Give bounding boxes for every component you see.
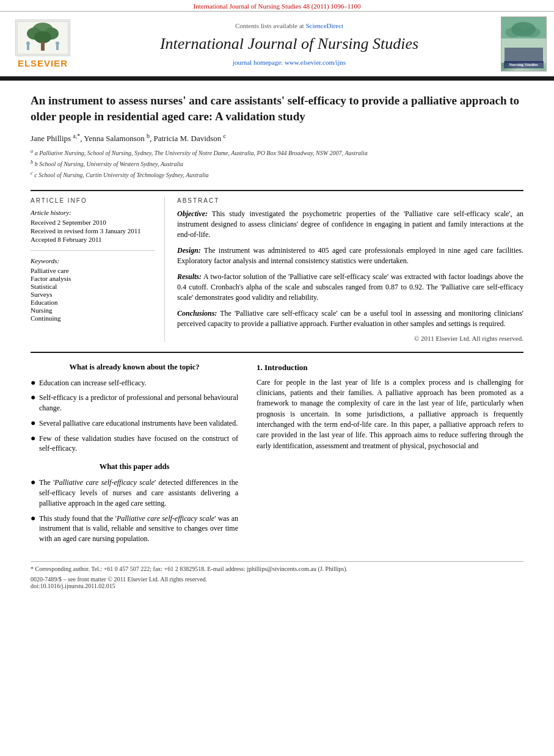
abstract-results: Results: A two-factor solution of the 'P… [177, 272, 523, 303]
bullet-dot: ● [31, 514, 39, 524]
objective-label: Objective: [177, 209, 208, 218]
affiliation-a: a a Palliative Nursing, School of Nursin… [31, 148, 523, 158]
results-content: A two-factor solution of the 'Palliative… [177, 272, 523, 302]
elsevier-brand: ELSEVIER [18, 58, 68, 68]
revised-date: Received in revised form 3 January 2011 [31, 227, 155, 234]
adds-bullet-1: ● The 'Palliative care self-efficacy sca… [31, 478, 238, 508]
abstract-conclusions: Conclusions: The 'Palliative care self-e… [177, 308, 523, 330]
info-abstract-section: ARTICLE INFO Article history: Received 2… [31, 190, 523, 342]
introduction-title: 1. Introduction [257, 363, 523, 373]
footer-notes: * Corresponding author. Tel.: +61 0 457 … [31, 561, 523, 572]
journal-cover: Nursing Studies [499, 16, 548, 71]
design-content: The instrument was administered to 405 a… [177, 246, 523, 265]
journal-homepage: journal homepage: www.elsevier.com/ijns [233, 59, 346, 66]
affiliation-b: b b School of Nursing, University of Wes… [31, 159, 523, 169]
abstract-header: ABSTRACT [177, 197, 523, 204]
keyword-7: Continuing [31, 314, 155, 322]
keyword-2: Factor analysis [31, 275, 155, 282]
keyword-1: Palliative care [31, 267, 155, 274]
known-title: What is already known about the topic? [31, 363, 238, 372]
copyright-line: © 2011 Elsevier Ltd. All rights reserved… [177, 335, 523, 342]
article-title: An instrument to assess nurses' and care… [31, 93, 523, 124]
known-adds-section: What is already known about the topic? ●… [31, 363, 238, 550]
keywords-label: Keywords: [31, 257, 155, 264]
objective-content: This study investigated the psychometric… [177, 209, 523, 239]
article-info-header: ARTICLE INFO [31, 197, 155, 204]
journal-ref-text: International Journal of Nursing Studies… [194, 2, 361, 10]
bullet-dot: ● [31, 393, 39, 403]
affiliation-c: c c School of Nursing, Curtin University… [31, 170, 523, 180]
keyword-4: Surveys [31, 291, 155, 298]
conclusions-label: Conclusions: [177, 309, 217, 318]
bullet-dot: ● [31, 478, 39, 488]
bullet-dot: ● [31, 418, 39, 429]
section-divider [31, 352, 523, 353]
article-content: An instrument to assess nurses' and care… [0, 81, 554, 602]
sciencedirect-link[interactable]: ScienceDirect [305, 22, 343, 29]
svg-rect-10 [56, 45, 59, 50]
abstract-design: Design: The instrument was administered … [177, 245, 523, 267]
svg-point-7 [26, 42, 30, 45]
abstract-col: ABSTRACT Objective: This study investiga… [177, 197, 523, 342]
journal-title: International Journal of Nursing Studies [160, 34, 418, 53]
design-label: Design: [177, 246, 201, 255]
keyword-3: Statistical [31, 283, 155, 290]
svg-point-14 [505, 27, 522, 37]
introduction-paragraph: Care for people in the last year of life… [257, 377, 523, 452]
elsevier-logo-block: ELSEVIER [6, 16, 79, 71]
journal-header: ELSEVIER Contents lists available at Sci… [0, 12, 554, 78]
article-info-col: ARTICLE INFO Article history: Received 2… [31, 197, 165, 342]
svg-point-9 [56, 42, 59, 45]
keyword-6: Nursing [31, 307, 155, 314]
results-label: Results: [177, 272, 202, 281]
keywords-section: Keywords: Palliative care Factor analysi… [31, 250, 155, 322]
cover-title-text: Nursing Studies [504, 61, 544, 68]
cover-image: Nursing Studies [501, 16, 547, 71]
elsevier-tree-image [15, 20, 70, 56]
introduction-section: 1. Introduction Care for people in the l… [257, 363, 523, 550]
known-bullet-1: ● Education can increase self-efficacy. [31, 378, 238, 388]
bullet-dot: ● [31, 434, 39, 444]
accepted-date: Accepted 8 February 2011 [31, 236, 155, 243]
adds-title: What this paper adds [31, 462, 238, 471]
received-date: Received 2 September 2010 [31, 219, 155, 226]
known-bullet-3: ● Several palliative care educational in… [31, 418, 238, 429]
bottom-content: What is already known about the topic? ●… [31, 363, 523, 550]
authors-line: Jane Phillips a,*, Yenna Salamonson b, P… [31, 133, 523, 144]
corresponding-author: * Corresponding author. Tel.: +61 0 457 … [31, 565, 523, 572]
svg-rect-6 [41, 42, 45, 51]
known-bullet-4: ● Few of these validation studies have f… [31, 434, 238, 454]
keyword-5: Education [31, 299, 155, 306]
bullet-dot: ● [31, 378, 39, 388]
journal-reference: International Journal of Nursing Studies… [0, 0, 554, 12]
known-bullet-2: ● Self-efficacy is a predictor of profes… [31, 393, 238, 413]
svg-rect-8 [27, 45, 29, 50]
contents-available-line: Contents lists available at ScienceDirec… [235, 22, 343, 29]
abstract-objective: Objective: This study investigated the p… [177, 209, 523, 241]
journal-title-block: Contents lists available at ScienceDirec… [86, 16, 493, 71]
footer-issn: 0020-7489/$ – see front matter © 2011 El… [31, 576, 523, 589]
conclusions-content: The 'Palliative care self-efficacy scale… [177, 309, 523, 328]
adds-bullet-2: ● This study found that the 'Palliative … [31, 514, 238, 544]
history-label: Article history: [31, 209, 155, 216]
affiliations: a a Palliative Nursing, School of Nursin… [31, 148, 523, 180]
svg-point-15 [523, 27, 541, 37]
